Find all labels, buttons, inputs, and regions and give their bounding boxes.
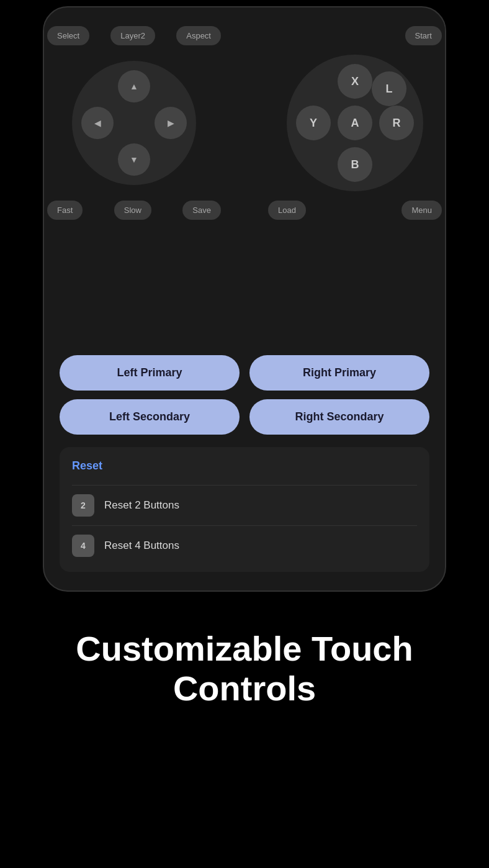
reset-2-icon: 2 xyxy=(72,494,94,517)
b-button[interactable]: B xyxy=(338,147,372,182)
dpad-right-button[interactable]: ▶ xyxy=(155,107,187,139)
reset-title: Reset xyxy=(72,459,417,472)
reset-4-icon: 4 xyxy=(72,535,94,557)
load-button[interactable]: Load xyxy=(268,201,306,220)
down-arrow-icon: ▼ xyxy=(130,155,138,165)
l-button[interactable]: L xyxy=(372,71,406,106)
reset-section: Reset 2 Reset 2 Buttons 4 Reset 4 Button… xyxy=(60,447,429,572)
reset-2-item[interactable]: 2 Reset 2 Buttons xyxy=(72,485,417,525)
up-arrow-icon: ▲ xyxy=(130,81,138,91)
dpad-left-button[interactable]: ◀ xyxy=(81,107,114,139)
mapping-row-secondary: Left Secondary Right Secondary xyxy=(60,399,429,435)
headline: Customizable Touch Controls xyxy=(0,592,489,734)
reset-2-label: Reset 2 Buttons xyxy=(104,499,179,512)
right-top-buttons: Start xyxy=(268,26,442,45)
controller-area: Select Layer2 Aspect ▲ ▼ ◀ ▶ xyxy=(44,20,445,343)
mapping-section: Left Primary Right Primary Left Secondar… xyxy=(44,346,445,444)
mapping-row-primary: Left Primary Right Primary xyxy=(60,355,429,391)
right-primary-button[interactable]: Right Primary xyxy=(249,355,429,391)
left-secondary-button[interactable]: Left Secondary xyxy=(60,399,240,435)
layer2-button[interactable]: Layer2 xyxy=(110,26,155,45)
left-top-buttons: Select Layer2 Aspect xyxy=(47,26,221,45)
fast-button[interactable]: Fast xyxy=(47,201,83,220)
dpad-inner: ▲ ▼ ◀ ▶ xyxy=(81,70,187,176)
left-controller: Select Layer2 Aspect ▲ ▼ ◀ ▶ xyxy=(47,26,221,220)
a-button[interactable]: A xyxy=(338,106,372,140)
select-button[interactable]: Select xyxy=(47,26,89,45)
r-button[interactable]: R xyxy=(379,106,414,140)
left-primary-button[interactable]: Left Primary xyxy=(60,355,240,391)
right-arrow-icon: ▶ xyxy=(168,118,174,128)
y-button[interactable]: Y xyxy=(296,106,331,140)
dpad-up-button[interactable]: ▲ xyxy=(118,70,150,102)
action-buttons: X L Y A R B xyxy=(287,55,423,191)
save-button[interactable]: Save xyxy=(182,201,221,220)
dpad: ▲ ▼ ◀ ▶ xyxy=(72,61,196,185)
left-bottom-buttons: Fast Slow Save xyxy=(47,201,221,220)
aspect-button[interactable]: Aspect xyxy=(176,26,221,45)
reset-4-item[interactable]: 4 Reset 4 Buttons xyxy=(72,525,417,566)
right-controller: Start X L Y A R B Load Menu xyxy=(268,26,442,220)
start-button[interactable]: Start xyxy=(405,26,442,45)
reset-4-label: Reset 4 Buttons xyxy=(104,540,179,552)
right-bottom-buttons: Load Menu xyxy=(268,201,442,220)
phone-frame: Select Layer2 Aspect ▲ ▼ ◀ ▶ xyxy=(43,6,446,592)
menu-button[interactable]: Menu xyxy=(402,201,442,220)
action-inner: X L Y A R B xyxy=(296,64,414,182)
slow-button[interactable]: Slow xyxy=(114,201,151,220)
right-secondary-button[interactable]: Right Secondary xyxy=(249,399,429,435)
left-arrow-icon: ◀ xyxy=(94,118,101,128)
x-button[interactable]: X xyxy=(338,64,372,99)
dpad-down-button[interactable]: ▼ xyxy=(118,143,150,176)
